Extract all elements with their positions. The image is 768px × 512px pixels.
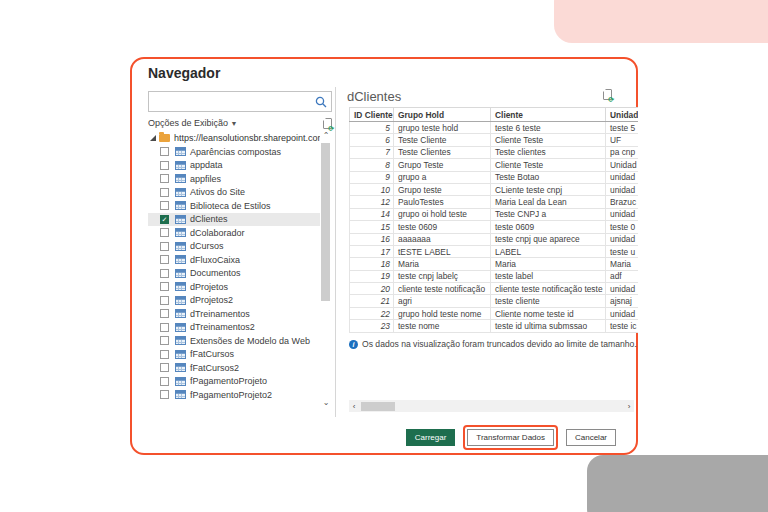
checkbox-icon[interactable]: [160, 296, 169, 305]
load-button[interactable]: Carregar: [406, 429, 456, 446]
tree-item-apar-ncias-compostas[interactable]: Aparências compostas: [148, 145, 320, 159]
checkbox-icon[interactable]: [160, 390, 169, 399]
transform-annotation-highlight: Transformar Dados: [463, 425, 558, 450]
tree-item-dcolaborador[interactable]: dColaborador: [148, 226, 320, 240]
tree-item-dcursos[interactable]: dCursos: [148, 240, 320, 254]
checkbox-icon[interactable]: [160, 174, 169, 183]
tree-item-dprojetos2[interactable]: dProjetos2: [148, 294, 320, 308]
table-row: 8Grupo TesteCliente TesteUnidad: [350, 159, 639, 171]
transform-data-button[interactable]: Transformar Dados: [467, 429, 554, 446]
tree-item-label: dProjetos2: [190, 295, 233, 305]
checkbox-icon[interactable]: [160, 309, 169, 318]
table-row: 17tESTE LABELLABELteste u: [350, 245, 639, 257]
table-cell: cliente teste notificação: [394, 283, 491, 295]
checkbox-icon[interactable]: [160, 323, 169, 332]
table-row: 7Teste ClientesTeste clientespa cnp: [350, 146, 639, 158]
table-cell: Teste CNPJ a: [491, 208, 606, 220]
scroll-right-icon[interactable]: ›: [624, 402, 634, 411]
tree-item-ffatcursos[interactable]: fFatCursos: [148, 348, 320, 362]
tree-item-ativos-do-site[interactable]: Ativos do Site: [148, 186, 320, 200]
table-row: 21agriteste clienteajsnaj: [350, 295, 639, 307]
table-cell: 14: [350, 208, 394, 220]
table-icon: [175, 255, 186, 264]
table-cell: 12: [350, 196, 394, 208]
column-header: Unidade: [606, 108, 639, 122]
table-cell: grupo hold teste nome: [394, 307, 491, 319]
tree-item-appfiles[interactable]: appfiles: [148, 172, 320, 186]
checkbox-icon[interactable]: [160, 228, 169, 237]
checkbox-icon[interactable]: [160, 336, 169, 345]
tree-item-label: fFatCursos2: [190, 363, 239, 373]
preview-h-scrollbar[interactable]: ‹ ›: [349, 400, 634, 412]
tree-item-biblioteca-de-estilos[interactable]: Biblioteca de Estilos: [148, 199, 320, 213]
display-options-row: Opções de Exibição ▼: [148, 116, 332, 130]
table-cell: teste cliente: [491, 295, 606, 307]
h-scrollbar-track[interactable]: [359, 400, 624, 412]
table-icon: [175, 282, 186, 291]
checkbox-icon[interactable]: [160, 242, 169, 251]
scroll-down-icon[interactable]: ⌄: [320, 398, 332, 407]
table-row: 23teste nometeste id ultima submssaotest…: [350, 320, 639, 332]
h-scrollbar-thumb[interactable]: [361, 402, 395, 411]
tree-item-dtreinamentos2[interactable]: dTreinamentos2: [148, 321, 320, 335]
table-icon: [175, 269, 186, 278]
table-cell: teste label: [491, 270, 606, 282]
tree-item-appdata[interactable]: appdata: [148, 159, 320, 173]
tree-item-dclientes[interactable]: ✓dClientes: [148, 213, 320, 227]
expand-triangle-icon[interactable]: [150, 135, 156, 141]
tree-item-label: dCursos: [190, 241, 224, 251]
scroll-left-icon[interactable]: ‹: [349, 402, 359, 411]
table-cell: Cliente nome teste id: [491, 307, 606, 319]
table-cell: unidad: [606, 233, 639, 245]
checkbox-icon[interactable]: [160, 188, 169, 197]
checkbox-icon[interactable]: [160, 363, 169, 372]
tree-item-label: dFluxoCaixa: [190, 255, 240, 265]
checkbox-icon[interactable]: [160, 147, 169, 156]
table-cell: 8: [350, 159, 394, 171]
tree-item-ffatcursos2[interactable]: fFatCursos2: [148, 361, 320, 375]
display-options-dropdown[interactable]: Opções de Exibição ▼: [148, 118, 238, 128]
tree-item-fpagamentoprojeto[interactable]: fPagamentoProjeto: [148, 375, 320, 389]
table-cell: teste 5: [606, 122, 639, 134]
table-cell: Brazuc: [606, 196, 639, 208]
checkbox-icon[interactable]: [160, 161, 169, 170]
tree-item-dtreinamentos[interactable]: dTreinamentos: [148, 307, 320, 321]
table-cell: 9: [350, 171, 394, 183]
checkbox-icon[interactable]: ✓: [160, 215, 169, 224]
checkbox-icon[interactable]: [160, 282, 169, 291]
tree-item-extens-es-de-modelo-da-web[interactable]: Extensões de Modelo da Web: [148, 334, 320, 348]
search-input[interactable]: [149, 93, 314, 110]
scroll-up-icon[interactable]: ⌃: [320, 131, 332, 140]
dialog-footer: Carregar Transformar Dados Cancelar: [406, 425, 616, 450]
info-icon: i: [349, 340, 358, 349]
checkbox-icon[interactable]: [160, 377, 169, 386]
tree-scrollbar-thumb[interactable]: [321, 143, 330, 301]
table-cell: 23: [350, 320, 394, 332]
checkbox-icon[interactable]: [160, 269, 169, 278]
table-cell: teste nome: [394, 320, 491, 332]
tree-item-dfluxocaixa[interactable]: dFluxoCaixa: [148, 253, 320, 267]
table-cell: grupo a: [394, 171, 491, 183]
tree-item-fpagamentoprojeto2[interactable]: fPagamentoProjeto2: [148, 388, 320, 402]
tree-root-node[interactable]: https://leansolutionsbr.sharepoint.com/s…: [148, 131, 320, 145]
checkbox-icon[interactable]: [160, 201, 169, 210]
checkbox-icon[interactable]: [160, 255, 169, 264]
tree-item-documentos[interactable]: Documentos: [148, 267, 320, 281]
refresh-list-icon[interactable]: [323, 118, 332, 129]
checkbox-icon[interactable]: [160, 350, 169, 359]
folder-icon: [159, 134, 170, 142]
search-box[interactable]: [148, 91, 332, 112]
tree-scrollbar[interactable]: ⌃ ⌄: [320, 131, 332, 407]
tree-item-dprojetos[interactable]: dProjetos: [148, 280, 320, 294]
cancel-button[interactable]: Cancelar: [566, 429, 616, 446]
tree-item-label: Biblioteca de Estilos: [190, 201, 271, 211]
table-cell: Teste Cliente: [394, 134, 491, 146]
tree-item-label: dTreinamentos: [190, 309, 250, 319]
table-icon: [175, 390, 186, 399]
refresh-preview-icon[interactable]: [603, 89, 612, 100]
table-cell: Maria: [606, 258, 639, 270]
search-icon[interactable]: [314, 95, 328, 109]
table-cell: Maria: [491, 258, 606, 270]
table-row: 18MariaMariaMaria: [350, 258, 639, 270]
table-cell: Cliente Teste: [491, 159, 606, 171]
